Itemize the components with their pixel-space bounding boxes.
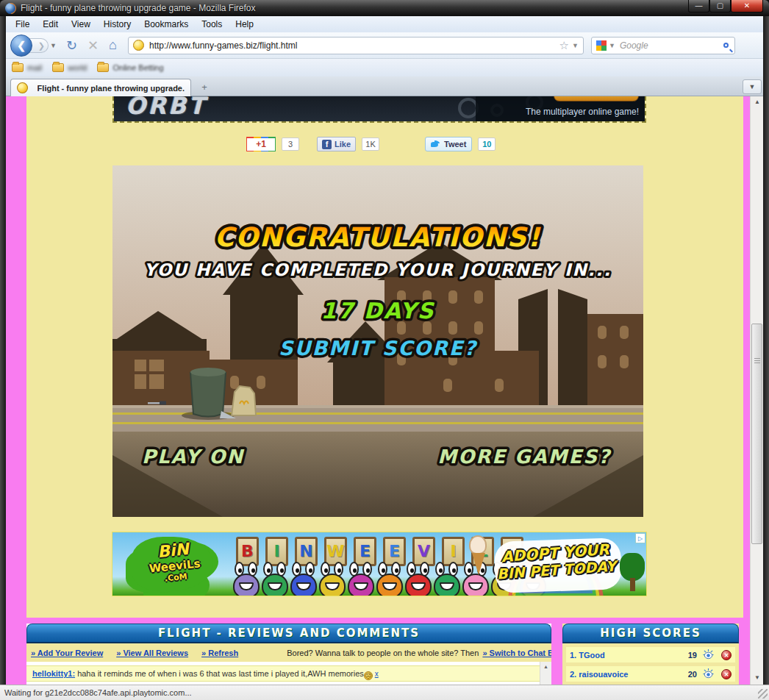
bookmark-item[interactable]: Online Betting bbox=[97, 63, 163, 72]
url-input[interactable]: http://www.funny-games.biz/flight.html bbox=[149, 40, 559, 51]
tab-favicon bbox=[17, 82, 28, 93]
congratulations-text: CONGRATULATIONS! bbox=[215, 222, 541, 252]
status-bar: Waiting for g21e2dcc088c74afe.api.playto… bbox=[0, 685, 769, 700]
play-on-button[interactable]: PLAY ON bbox=[142, 446, 245, 468]
highscore-row: 1. TGood 19 ✕ bbox=[566, 647, 735, 662]
search-box[interactable]: ▼ Google bbox=[591, 37, 735, 54]
journey-subtitle-text: YOU HAVE COMPLETED YOUR JOURNEY IN... bbox=[144, 260, 612, 279]
menu-edit[interactable]: Edit bbox=[36, 17, 65, 32]
facebook-like-button[interactable]: f Like bbox=[317, 137, 356, 151]
submit-score-button[interactable]: SUBMIT SCORE? bbox=[279, 337, 478, 360]
view-score-eye-icon[interactable] bbox=[703, 668, 714, 679]
comments-scrollbar[interactable] bbox=[540, 662, 551, 685]
bored-text: Bored? Wanna talk to people on the whole… bbox=[287, 649, 479, 657]
menu-file[interactable]: File bbox=[9, 17, 36, 32]
stop-icon: ✕ bbox=[87, 38, 99, 54]
menu-help[interactable]: Help bbox=[229, 17, 260, 32]
home-icon[interactable]: ⌂ bbox=[109, 38, 117, 53]
bookmark-label: Online Betting bbox=[112, 63, 163, 72]
comment-text: haha it reminds me of when i was 6 that … bbox=[75, 669, 364, 678]
minimize-button[interactable]: — bbox=[688, 0, 709, 12]
facebook-icon: f bbox=[322, 140, 332, 149]
highscore-name-link[interactable]: 1. TGood bbox=[570, 651, 688, 660]
adchoices-icon[interactable]: ▷ bbox=[635, 533, 645, 543]
binweevils-banner-ad[interactable]: BiN WeeviLs .CoM B I N W E E V I L S bbox=[112, 532, 647, 596]
highscores-header: HIGH SCORES bbox=[562, 624, 739, 643]
comment-username-link[interactable]: hellokitty1: bbox=[32, 669, 75, 678]
content-column: ORBT The multiplayer online game! +1 3 f… bbox=[26, 96, 743, 618]
scroll-up-icon[interactable]: ▲ bbox=[751, 96, 764, 109]
game-scene: CONGRATULATIONS! YOU HAVE COMPLETED YOUR… bbox=[112, 165, 643, 517]
google-plusone-button[interactable]: +1 bbox=[246, 137, 276, 151]
resize-grip[interactable] bbox=[758, 689, 768, 699]
reviews-panel: FLIGHT - REVIEWS AND COMMENTS » Add Your… bbox=[26, 624, 551, 685]
delete-score-icon[interactable]: ✕ bbox=[721, 669, 732, 679]
menu-bookmarks[interactable]: Bookmarks bbox=[137, 17, 195, 32]
url-dropdown-icon[interactable]: ▼ bbox=[572, 42, 579, 49]
highscore-row: 2. raisouavoice 20 ✕ bbox=[566, 666, 735, 682]
bookmark-item[interactable]: world bbox=[52, 63, 87, 72]
reviews-header: FLIGHT - REVIEWS AND COMMENTS bbox=[26, 624, 551, 643]
tweet-button[interactable]: Tweet bbox=[425, 137, 472, 151]
reviews-links-row: » Add Your Review » View All Reviews » R… bbox=[26, 643, 551, 662]
url-bar[interactable]: http://www.funny-games.biz/flight.html ☆… bbox=[128, 37, 584, 54]
window-titlebar[interactable]: Flight - funny plane throwing upgrade ga… bbox=[0, 0, 769, 16]
highscore-value: 20 bbox=[688, 670, 697, 679]
bookmark-star-icon[interactable]: ☆ bbox=[559, 39, 569, 52]
window-border-right bbox=[763, 16, 769, 685]
top-banner-ad[interactable]: ORBT The multiplayer online game! bbox=[114, 96, 645, 121]
highscores-panel: HIGH SCORES 1. TGood 19 ✕ 2. raisouavoic… bbox=[562, 624, 739, 685]
view-all-reviews-link[interactable]: » View All Reviews bbox=[116, 649, 188, 657]
ad-play-button[interactable] bbox=[554, 96, 639, 101]
scrollbar-thumb[interactable] bbox=[751, 324, 762, 544]
search-icon[interactable] bbox=[723, 43, 729, 48]
refresh-reviews-link[interactable]: » Refresh bbox=[201, 649, 238, 657]
add-review-link[interactable]: » Add Your Review bbox=[31, 649, 103, 657]
folder-icon bbox=[12, 63, 24, 72]
bookmark-item[interactable]: mail bbox=[12, 63, 42, 72]
navigation-toolbar: ❮ ❯ ▼ ↻ ✕ ⌂ http://www.funny-games.biz/f… bbox=[6, 32, 763, 59]
status-text: Waiting for g21e2dcc088c74afe.api.playto… bbox=[4, 688, 192, 697]
tweet-label: Tweet bbox=[444, 140, 466, 149]
tab-flight[interactable]: Flight - funny plane throwing upgrade... bbox=[10, 79, 191, 96]
ad-logo-text: ORBT bbox=[126, 96, 207, 120]
firefox-icon bbox=[5, 3, 16, 14]
switch-to-chatbox-link[interactable]: » Switch to Chat Box bbox=[482, 649, 551, 657]
menu-bar: File Edit View History Bookmarks Tools H… bbox=[6, 16, 763, 32]
back-button[interactable]: ❮ bbox=[10, 35, 32, 57]
tweet-count: 10 bbox=[478, 138, 496, 151]
delete-score-icon[interactable]: ✕ bbox=[721, 650, 732, 660]
window-title: Flight - funny plane throwing upgrade ga… bbox=[21, 3, 256, 13]
like-count: 1K bbox=[362, 138, 379, 151]
maximize-button[interactable]: ▢ bbox=[709, 0, 731, 12]
folder-icon bbox=[52, 63, 64, 72]
menu-history[interactable]: History bbox=[97, 17, 137, 32]
game-canvas[interactable]: CONGRATULATIONS! YOU HAVE COMPLETED YOUR… bbox=[112, 165, 643, 517]
menu-tools[interactable]: Tools bbox=[195, 17, 229, 32]
refresh-icon[interactable]: ↻ bbox=[66, 38, 77, 54]
page-scrollbar[interactable]: ▲ ▼ bbox=[750, 96, 763, 685]
highscore-value: 19 bbox=[688, 651, 697, 660]
plusone-count: 3 bbox=[282, 138, 299, 151]
google-logo-icon bbox=[596, 40, 607, 51]
days-score-text: 17 DAYS bbox=[321, 298, 435, 324]
search-engine-dropdown-icon[interactable]: ▼ bbox=[609, 42, 615, 49]
scroll-down-icon[interactable]: ▼ bbox=[751, 672, 764, 685]
new-tab-button[interactable]: + bbox=[196, 81, 213, 95]
twitter-bird-icon bbox=[431, 140, 441, 148]
highscore-name-link[interactable]: 2. raisouavoice bbox=[570, 670, 688, 679]
close-button[interactable]: ✕ bbox=[731, 0, 763, 12]
list-all-tabs-button[interactable]: ▼ bbox=[743, 79, 762, 94]
menu-view[interactable]: View bbox=[65, 17, 97, 32]
tab-title: Flight - funny plane throwing upgrade... bbox=[37, 84, 185, 93]
bookmark-label: mail bbox=[27, 63, 42, 72]
comment-close-link[interactable]: x bbox=[375, 670, 379, 678]
search-input[interactable]: Google bbox=[620, 40, 723, 51]
comment-row: hellokitty1: haha it reminds me of when … bbox=[26, 665, 540, 682]
top-ad-container: ORBT The multiplayer online game! bbox=[112, 96, 646, 123]
like-label: Like bbox=[335, 140, 351, 149]
history-dropdown-icon[interactable]: ▼ bbox=[50, 42, 57, 49]
social-buttons-row: +1 3 f Like 1K Tweet 10 bbox=[112, 137, 643, 154]
more-games-button[interactable]: MORE GAMES? bbox=[437, 446, 612, 468]
view-score-eye-icon[interactable] bbox=[703, 649, 714, 660]
